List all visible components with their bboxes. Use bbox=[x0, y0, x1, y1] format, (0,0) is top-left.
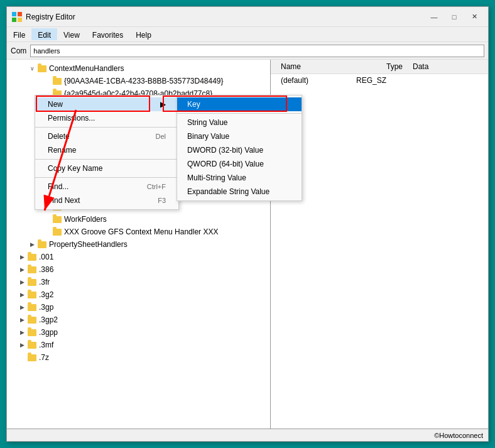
svg-rect-3 bbox=[18, 18, 22, 22]
right-row-default: (default) REG_SZ bbox=[271, 74, 488, 87]
expand-icon[interactable]: ▶ bbox=[17, 315, 27, 325]
main-content: ∨ ContextMenuHandlers ▶ {90AA3A4E-1CBA-4… bbox=[7, 60, 488, 429]
status-text: ©Howtoconnect bbox=[434, 432, 483, 439]
folder-icon bbox=[27, 290, 37, 300]
tree-row-3gp[interactable]: ▶ .3gp bbox=[7, 301, 270, 314]
right-pane-header: Name Type Data bbox=[271, 60, 488, 74]
tree-row-3g2[interactable]: ▶ .3g2 bbox=[7, 288, 270, 301]
new-submenu-binary[interactable]: Binary Value bbox=[177, 129, 302, 143]
tree-row-xxx[interactable]: ▶ XXX Groove GFS Context Menu Handler XX… bbox=[7, 226, 270, 238]
expand-icon[interactable]: ▶ bbox=[42, 227, 52, 237]
tree-row-3gp2[interactable]: ▶ .3gp2 bbox=[7, 314, 270, 326]
find-next-shortcut: F3 bbox=[158, 197, 166, 204]
menu-view[interactable]: View bbox=[57, 28, 86, 40]
menu-help[interactable]: Help bbox=[129, 28, 158, 40]
maximize-button[interactable]: □ bbox=[445, 11, 463, 23]
tree-row-386[interactable]: ▶ .386 bbox=[7, 263, 270, 276]
new-submenu-qword[interactable]: QWORD (64-bit) Value bbox=[177, 157, 302, 171]
menu-favorites[interactable]: Favorites bbox=[86, 28, 129, 40]
new-submenu-multistring[interactable]: Multi-String Value bbox=[177, 171, 302, 185]
registry-editor-window: Registry Editor — □ ✕ File Edit View Fav… bbox=[6, 6, 489, 442]
tree-item-label: .3mf bbox=[39, 339, 53, 351]
folder-icon bbox=[27, 277, 37, 287]
edit-menu: New ▶ Permissions... Delete Del Rename C… bbox=[35, 95, 179, 210]
folder-icon bbox=[27, 327, 37, 337]
title-left: Registry Editor bbox=[12, 12, 75, 22]
tree-row-3gpp[interactable]: ▶ .3gpp bbox=[7, 326, 270, 339]
expand-icon[interactable]: ▶ bbox=[27, 239, 37, 249]
tree-item-label: .3gp2 bbox=[39, 314, 58, 325]
delete-shortcut: Del bbox=[155, 133, 166, 140]
cell-data bbox=[401, 75, 477, 85]
title-bar: Registry Editor — □ ✕ bbox=[7, 7, 488, 27]
submenu-separator bbox=[177, 113, 302, 114]
registry-icon bbox=[12, 12, 22, 22]
folder-icon bbox=[37, 239, 47, 249]
folder-icon bbox=[52, 76, 62, 86]
title-controls: — □ ✕ bbox=[425, 11, 483, 23]
menu-bar: File Edit View Favorites Help bbox=[7, 27, 488, 42]
new-submenu-string[interactable]: String Value bbox=[177, 116, 302, 129]
col-type: Type bbox=[381, 61, 408, 72]
tree-item-label: .001 bbox=[39, 251, 53, 263]
tree-item-label: {90AA3A4E-1CBA-4233-B8BB-535773D48449} bbox=[64, 75, 224, 87]
tree-row-3mf[interactable]: ▶ .3mf bbox=[7, 339, 270, 351]
edit-menu-find-next[interactable]: Find Next F3 bbox=[35, 194, 178, 207]
address-input[interactable] bbox=[30, 45, 484, 57]
expand-icon[interactable]: ▶ bbox=[42, 214, 52, 224]
col-data: Data bbox=[408, 61, 433, 72]
expand-icon[interactable] bbox=[17, 352, 27, 363]
edit-menu-new[interactable]: New ▶ bbox=[35, 97, 178, 111]
cell-type: REG_SZ bbox=[351, 75, 401, 85]
separator-2 bbox=[35, 159, 178, 160]
tree-row-001[interactable]: ▶ .001 bbox=[7, 251, 270, 263]
expand-icon[interactable]: ▶ bbox=[17, 252, 27, 262]
find-shortcut: Ctrl+F bbox=[147, 183, 166, 190]
svg-rect-0 bbox=[12, 12, 16, 16]
tree-row-3fr[interactable]: ▶ .3fr bbox=[7, 276, 270, 288]
expand-icon[interactable]: ▶ bbox=[17, 340, 27, 350]
expand-icon[interactable]: ▶ bbox=[17, 277, 27, 287]
close-button[interactable]: ✕ bbox=[465, 11, 483, 23]
right-pane: Name Type Data (default) REG_SZ bbox=[271, 60, 488, 429]
edit-menu-find[interactable]: Find... Ctrl+F bbox=[35, 180, 178, 194]
new-submenu-dword[interactable]: DWORD (32-bit) Value bbox=[177, 143, 302, 157]
svg-rect-1 bbox=[18, 12, 22, 16]
folder-icon bbox=[27, 352, 37, 363]
new-submenu: Key String Value Binary Value DWORD (32-… bbox=[177, 95, 302, 201]
menu-file[interactable]: File bbox=[7, 28, 31, 40]
expand-icon[interactable]: ▶ bbox=[42, 76, 52, 86]
edit-menu-rename[interactable]: Rename bbox=[35, 143, 178, 157]
folder-open-icon bbox=[37, 63, 47, 74]
tree-item-label: .3gpp bbox=[39, 327, 58, 338]
tree-row-context-menu-handlers[interactable]: ∨ ContextMenuHandlers bbox=[7, 62, 270, 75]
menu-edit[interactable]: Edit bbox=[31, 28, 57, 40]
tree-item-label: .7z bbox=[39, 352, 49, 363]
tree-row-7z[interactable]: .7z bbox=[7, 351, 270, 364]
tree-row-guid1[interactable]: ▶ {90AA3A4E-1CBA-4233-B8BB-535773D48449} bbox=[7, 75, 270, 87]
new-submenu-key[interactable]: Key bbox=[177, 97, 302, 111]
expand-icon[interactable]: ▶ bbox=[17, 302, 27, 312]
folder-icon bbox=[27, 315, 37, 325]
expand-icon[interactable]: ▶ bbox=[17, 290, 27, 300]
expand-icon[interactable]: ∨ bbox=[27, 63, 37, 74]
tree-item-label: .386 bbox=[39, 264, 53, 275]
edit-menu-copy-key[interactable]: Copy Key Name bbox=[35, 161, 178, 175]
folder-icon bbox=[27, 302, 37, 312]
separator-1 bbox=[35, 127, 178, 128]
tree-row-propertysheet[interactable]: ▶ PropertySheetHandlers bbox=[7, 238, 270, 251]
new-submenu-expandable[interactable]: Expandable String Value bbox=[177, 185, 302, 199]
folder-icon bbox=[52, 214, 62, 224]
expand-icon[interactable]: ▶ bbox=[17, 327, 27, 337]
tree-item-label: XXX Groove GFS Context Menu Handler XXX bbox=[64, 226, 218, 238]
expand-icon[interactable]: ▶ bbox=[17, 265, 27, 275]
title-text: Registry Editor bbox=[26, 13, 75, 21]
folder-icon bbox=[27, 252, 37, 262]
edit-menu-delete[interactable]: Delete Del bbox=[35, 129, 178, 143]
edit-menu-permissions[interactable]: Permissions... bbox=[35, 111, 178, 125]
svg-rect-2 bbox=[12, 18, 16, 22]
separator-3 bbox=[35, 177, 178, 178]
minimize-button[interactable]: — bbox=[425, 11, 443, 23]
tree-row-workfolders[interactable]: ▶ WorkFolders bbox=[7, 213, 270, 226]
address-label: Com bbox=[11, 46, 26, 55]
